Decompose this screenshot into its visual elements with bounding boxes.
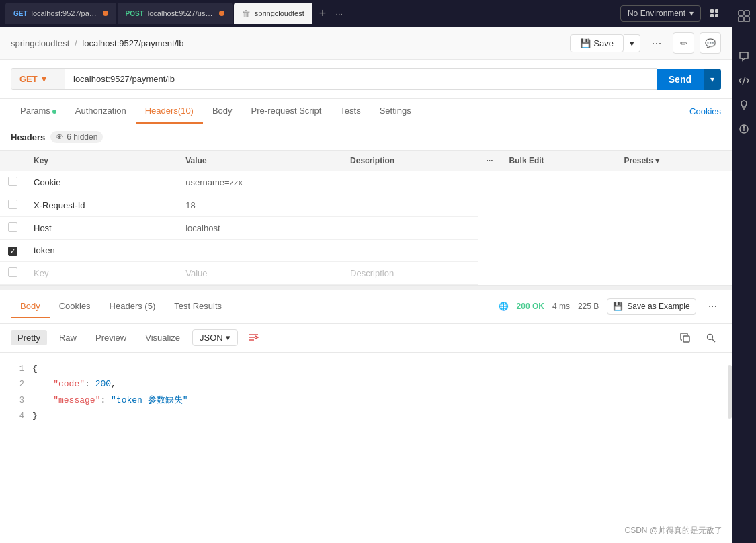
row3-desc[interactable] [342,217,478,240]
resp-tab-testresults[interactable]: Test Results [165,296,231,318]
edit-button[interactable]: ✏ [673,32,694,54]
resp-tab-headers[interactable]: Headers (5) [100,296,165,318]
format-dropdown[interactable]: JSON ▾ [192,329,238,346]
hidden-count-badge: 👁 6 hidden [50,131,103,143]
tab-bar: GET localhost:9527/paymer POST localhost… [0,0,732,27]
sidebar-profile-icon[interactable] [733,5,755,27]
row2-value[interactable]: 18 [177,194,342,217]
svg-line-9 [712,339,715,342]
tab-get[interactable]: GET localhost:9527/paymer [5,3,116,24]
fmt-tab-raw[interactable]: Raw [52,330,83,345]
collection-icon: 🗑 [242,9,251,19]
edit-icon: ✏ [680,38,687,48]
send-options-button[interactable]: ▾ [704,69,721,90]
row2-key[interactable]: X-Request-Id [26,194,177,217]
row4-key[interactable]: token [26,240,177,262]
tab-body[interactable]: Body [203,99,242,124]
svg-rect-12 [739,17,743,22]
tab-post[interactable]: POST localhost:9527/user/k [118,3,233,24]
row4-checkbox[interactable]: ✓ [8,247,17,256]
search-button[interactable] [701,328,721,348]
sidebar-chat-icon[interactable] [733,46,755,67]
breadcrumb-request: localhost:9527/payment/lb [82,38,183,48]
comment-button[interactable]: 💬 [700,32,721,54]
hidden-count: 6 hidden [67,132,97,142]
send-button[interactable]: Send [657,69,704,90]
new-tab-button[interactable]: + [314,7,332,21]
svg-rect-3 [715,14,718,17]
tab-tests[interactable]: Tests [331,99,370,124]
resp-tab-cookies[interactable]: Cookies [50,296,100,318]
fmt-tab-visualize[interactable]: Visualize [138,330,187,345]
row5-desc[interactable]: Description [342,261,478,284]
tab-authorization[interactable]: Authorization [66,99,136,124]
row3-checkbox[interactable] [8,222,17,232]
svg-point-8 [708,334,713,339]
json-line-1: 1 { [11,361,721,377]
row3-key[interactable]: Host [26,217,177,240]
row1-key[interactable]: Cookie [26,171,177,194]
status-size: 225 B [578,302,599,311]
headers-table-container: Key Value Description ··· Bulk Edit Pres… [0,151,732,285]
row2-checkbox[interactable] [8,200,17,209]
row4-desc[interactable] [342,240,478,262]
send-label: Send [669,74,691,85]
tab-collection[interactable]: 🗑 springcloudtest [234,3,312,24]
method-badge-get: GET [13,10,28,17]
cookies-link[interactable]: Cookies [689,99,721,123]
method-dropdown[interactable]: GET ▾ [11,68,65,90]
wrap-button[interactable] [243,328,263,348]
tab-prerequest[interactable]: Pre-request Script [242,99,331,124]
row5-key[interactable]: Key [26,261,177,284]
top-right-icon[interactable] [702,1,726,26]
method-label: GET [19,74,38,84]
fmt-tab-pretty[interactable]: Pretty [11,330,47,345]
header-more-button[interactable]: ··· [646,32,667,54]
tab-close-dot-get[interactable] [103,11,108,16]
row4-value[interactable] [177,240,342,262]
row1-checkbox[interactable] [8,177,17,186]
table-row: X-Request-Id 18 [0,194,732,217]
col-presets[interactable]: Presets ▾ [616,151,732,171]
save-example-button[interactable]: 💾 Save as Example [607,298,696,315]
svg-line-14 [743,77,745,85]
save-chevron-button[interactable]: ▾ [624,34,640,52]
tab-close-dot-post[interactable] [219,11,224,16]
row2-desc[interactable] [342,194,478,217]
svg-rect-10 [739,11,743,15]
environment-selector[interactable]: No Environment ▾ [620,5,701,22]
table-row: Key Value Description [0,261,732,284]
svg-rect-0 [710,9,714,13]
url-input[interactable] [65,68,657,90]
row5-value[interactable]: Value [177,261,342,284]
svg-rect-7 [683,336,689,342]
copy-button[interactable] [675,328,696,348]
sidebar-info-icon[interactable] [733,118,755,140]
row3-value[interactable]: localhost [177,217,342,240]
save-button[interactable]: 💾 Save [570,34,624,52]
row5-checkbox[interactable] [8,267,17,277]
resp-tab-body[interactable]: Body [11,296,50,318]
right-sidebar [732,0,756,543]
tab-settings[interactable]: Settings [370,99,421,124]
env-chevron-icon: ▾ [689,9,694,18]
tabs-more-button[interactable]: ··· [333,9,345,19]
json-line-3: 3 "message": "token 参数缺失" [11,392,721,409]
tab-params[interactable]: Params [11,99,66,124]
json-line-2: 2 "code": 200, [11,376,721,392]
row1-value[interactable]: username=zzx [177,171,342,194]
table-row: Cookie username=zzx [0,171,732,194]
row1-desc[interactable] [342,171,478,194]
tab-headers[interactable]: Headers(10) [136,99,203,124]
response-more-button[interactable]: ··· [704,300,721,312]
url-bar: GET ▾ Send ▾ [0,60,732,99]
tab-url-get: localhost:9527/paymer [32,9,99,17]
table-row: Host localhost [0,217,732,240]
save-example-label: Save as Example [627,302,689,311]
eye-icon: 👁 [56,132,64,142]
sidebar-code-icon[interactable] [733,70,755,91]
col-bulk-edit[interactable]: Bulk Edit [501,151,616,171]
fmt-tab-preview[interactable]: Preview [89,330,133,345]
col-checkbox [0,151,26,171]
sidebar-lightbulb-icon[interactable] [733,94,755,116]
